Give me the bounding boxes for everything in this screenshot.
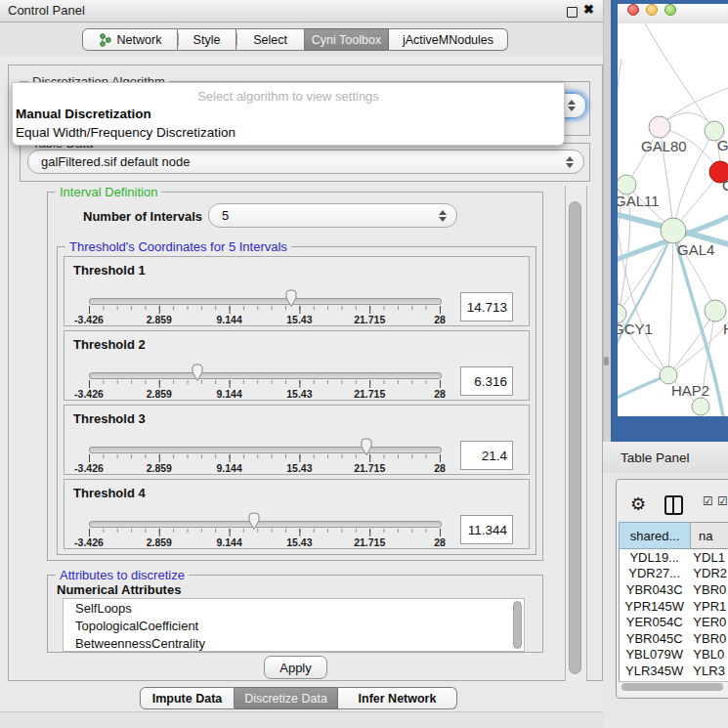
node-table: YDL19...YDL1 YDR27...YDR2 YBR043CYBR0 YP…	[619, 549, 728, 681]
tab-divider	[236, 33, 237, 46]
tab-select[interactable]: Select	[236, 28, 305, 51]
list-item[interactable]: BetweennessCentrality	[64, 634, 524, 652]
list-item[interactable]: SelfLoops	[64, 599, 524, 617]
tick-label: 2.859	[147, 536, 172, 548]
tick-label: 15.43	[286, 462, 312, 474]
tab-cyni-toolbox[interactable]: Cyni Toolbox	[305, 28, 389, 51]
combo-arrows-icon	[568, 100, 576, 111]
node-label: GAL4	[677, 241, 714, 258]
node-gal11[interactable]	[618, 175, 636, 194]
slider-ticks	[89, 454, 441, 462]
number-of-intervals-label: Number of Intervals	[83, 209, 202, 224]
threshold-3-slider-track[interactable]	[89, 447, 442, 453]
close-traffic-light[interactable]	[627, 4, 639, 16]
number-of-intervals-combobox[interactable]: 5	[208, 203, 457, 228]
tab-impute-data-label: Impute Data	[152, 692, 223, 706]
list-item[interactable]: TopologicalCoefficient	[64, 617, 524, 634]
table-row[interactable]: YDR27...YDR2	[620, 566, 728, 582]
close-icon[interactable]: ✖	[583, 2, 594, 17]
combo-arrows-icon	[566, 156, 574, 168]
node-label: HAP2	[671, 382, 709, 399]
threshold-3-value-field[interactable]	[460, 441, 513, 470]
window-title: Control Panel	[8, 3, 85, 18]
zoom-traffic-light[interactable]	[664, 4, 676, 16]
table-row[interactable]: YLR345WYLR3	[620, 663, 728, 679]
threshold-2-box: Threshold 2 -3.426 2.859 9.144 15.43 21.…	[64, 330, 530, 401]
threshold-4-value-field[interactable]	[460, 515, 513, 544]
tick-label: -3.426	[74, 388, 104, 400]
tab-style[interactable]: Style	[178, 28, 236, 51]
gear-icon[interactable]: ⚙	[630, 493, 646, 515]
node-label: GA	[717, 137, 728, 153]
tick-label: -3.426	[74, 536, 104, 548]
threshold-2-value-field[interactable]	[460, 366, 513, 396]
column-header-shared-label: shared...	[630, 529, 680, 543]
checkbox-icon[interactable]: ☑	[717, 494, 728, 508]
threshold-2-label: Threshold 2	[73, 337, 146, 352]
checkbox-icon[interactable]: ☑	[703, 494, 713, 508]
table-hscrollbar-thumb[interactable]	[621, 683, 723, 691]
table-row[interactable]: YBR043CYBR0	[620, 581, 728, 598]
node-label: GAL80	[641, 138, 687, 154]
node-h[interactable]	[705, 300, 726, 321]
column-header-name-label: na	[699, 529, 712, 543]
apply-button[interactable]: Apply	[264, 656, 327, 679]
table-row[interactable]: YBL079WYBL0	[620, 647, 728, 664]
slider-ticks	[89, 529, 441, 536]
tab-divider	[178, 33, 179, 46]
column-header-shared[interactable]: shared...	[619, 522, 691, 549]
divider-grip[interactable]	[604, 357, 609, 365]
tab-infer-network-label: Infer Network	[359, 692, 437, 706]
threshold-1-label: Threshold 1	[73, 263, 146, 278]
dropdown-option-manual[interactable]: Manual Discretization	[16, 107, 151, 121]
tab-network[interactable]: Network	[82, 28, 178, 51]
tab-discretize-data[interactable]: Discretize Data	[235, 687, 338, 709]
tick-label: 9.144	[216, 314, 241, 325]
threshold-2-slider-track[interactable]	[89, 372, 442, 379]
split-columns-icon[interactable]	[664, 495, 683, 515]
tab-impute-data[interactable]: Impute Data	[140, 687, 235, 709]
tick-label: 21.715	[354, 388, 385, 400]
panel-scrollbar-thumb[interactable]	[569, 201, 581, 674]
slider-ticks	[89, 380, 441, 388]
threshold-4-slider-track[interactable]	[89, 521, 442, 528]
threshold-3-label: Threshold 3	[73, 411, 146, 426]
tab-jactivemnodules[interactable]: jActiveMNodules	[389, 28, 508, 51]
tab-discretize-data-label: Discretize Data	[244, 692, 327, 706]
node-label: GCY1	[618, 321, 653, 337]
dropdown-option-equal-width[interactable]: Equal Width/Frequency Discretization	[16, 125, 236, 140]
threshold-1-value-field[interactable]	[460, 292, 513, 321]
table-row[interactable]: YPR145WYPR1	[620, 598, 728, 615]
node-bottom[interactable]	[692, 398, 709, 415]
node-label: H	[723, 321, 728, 337]
network-graph: GAL80 GA C GAL11 GAL4 GCY1 H HAP2	[618, 23, 728, 416]
network-canvas[interactable]: GAL80 GA C GAL11 GAL4 GCY1 H HAP2	[618, 23, 728, 416]
thresholds-group-label: Threshold's Coordinates for 5 Intervals	[65, 239, 291, 254]
attributes-list-scrollbar[interactable]	[513, 601, 522, 649]
tick-label: 9.144	[216, 462, 241, 474]
node-gal4[interactable]	[661, 218, 686, 243]
node-gal80[interactable]	[649, 116, 670, 138]
tick-label: 9.144	[216, 536, 241, 548]
node-label: C	[722, 177, 728, 193]
table-data-combobox[interactable]: galFiltered.sif default node	[27, 150, 584, 174]
threshold-1-slider-track[interactable]	[89, 298, 442, 305]
table-row[interactable]: YER054CYER0	[620, 614, 728, 630]
column-header-name[interactable]: na	[691, 522, 728, 549]
minimize-traffic-light[interactable]	[646, 4, 658, 16]
numerical-attributes-label: Numerical Attributes	[57, 582, 181, 597]
table-row[interactable]: YBR045CYBR0	[620, 630, 728, 647]
tab-select-label: Select	[253, 33, 287, 47]
tick-label: -3.426	[74, 314, 104, 325]
tab-jactivemnodules-label: jActiveMNodules	[403, 33, 493, 47]
node-label: GAL11	[618, 193, 660, 209]
threshold-1-box: Threshold 1 -3.426 2.859 9.144 15.43 21.…	[64, 256, 530, 326]
tab-infer-network[interactable]: Infer Network	[338, 687, 457, 709]
float-window-icon[interactable]	[567, 7, 578, 18]
control-panel-titlebar: Control Panel	[0, 0, 603, 22]
tick-label: 21.715	[354, 462, 385, 474]
tab-cyni-toolbox-label: Cyni Toolbox	[312, 33, 381, 47]
attributes-group-label: Attributes to discretize	[56, 568, 189, 582]
table-row[interactable]: YDL19...YDL1	[620, 549, 728, 566]
network-icon	[99, 33, 112, 47]
